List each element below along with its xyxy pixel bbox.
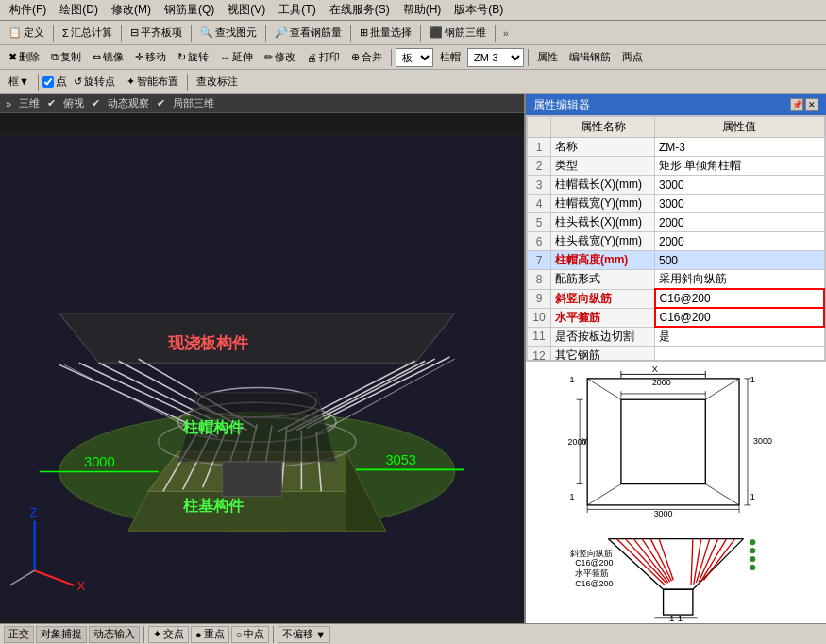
component-type-select[interactable]: 板 xyxy=(396,48,433,67)
prop-row-value-8[interactable]: 采用斜向纵筋 xyxy=(655,270,825,290)
find-element-btn[interactable]: 🔍 查找图元 xyxy=(195,23,261,43)
svg-rect-30 xyxy=(223,462,282,497)
sum-calc-btn[interactable]: Σ 汇总计算 xyxy=(58,23,117,43)
prop-row-value-6[interactable]: 2000 xyxy=(655,232,825,251)
status-midpoint[interactable]: ● 重点 xyxy=(191,626,229,643)
sep-2 xyxy=(121,25,122,42)
component-code-select[interactable]: ZM-3 xyxy=(467,48,524,67)
prop-row-value-10[interactable]: C16@200 xyxy=(655,308,825,327)
property-table-wrapper[interactable]: 属性名称 属性值 1名称ZM-32类型矩形 单倾角柱帽3柱帽截长(X)(mm)3… xyxy=(526,115,826,361)
rotate-point-btn[interactable]: ↺ 旋转点 xyxy=(69,72,120,93)
define-btn[interactable]: 📋 定义 xyxy=(4,23,49,43)
prop-row-value-9[interactable]: C16@200 xyxy=(655,289,825,308)
prop-row-index-1: 1 xyxy=(528,138,551,157)
diagram-svg: X 2000 Y 2000 3000 xyxy=(526,362,826,623)
print-btn[interactable]: 🖨 打印 xyxy=(302,47,345,68)
batch-select-btn[interactable]: ⊞ 批量选择 xyxy=(355,23,416,43)
menu-version[interactable]: 版本号(B) xyxy=(448,0,509,20)
find-icon: 🔍 xyxy=(200,26,213,39)
viewport-dynamic-btn[interactable]: ✔ xyxy=(92,97,100,110)
menu-rebar-qty[interactable]: 钢筋量(Q) xyxy=(159,0,220,20)
rebar-3d-btn[interactable]: ⬛ 钢筋三维 xyxy=(425,23,491,43)
view-rebar-btn[interactable]: 🔎 查看钢筋量 xyxy=(270,23,346,43)
sep-8 xyxy=(391,49,392,66)
svg-text:柱帽构件: 柱帽构件 xyxy=(182,419,244,435)
mode-select[interactable]: 框▼ xyxy=(4,72,34,93)
svg-text:水平箍筋: 水平箍筋 xyxy=(575,568,609,578)
prop-row-value-4[interactable]: 3000 xyxy=(655,195,825,213)
extend-btn[interactable]: ↔ 延伸 xyxy=(215,47,258,68)
status-snap[interactable]: 对象捕捉 xyxy=(36,626,87,643)
check-mark-btn[interactable]: 查改标注 xyxy=(192,72,243,93)
viewport-more-btn[interactable]: » xyxy=(6,98,11,110)
point-checkbox[interactable] xyxy=(42,76,54,88)
property-row-8[interactable]: 8配筋形式采用斜向纵筋 xyxy=(528,270,825,290)
property-row-1[interactable]: 1名称ZM-3 xyxy=(528,138,825,157)
copy-btn[interactable]: ⧉ 复制 xyxy=(46,47,86,68)
toolbar-row-1: 📋 定义 Σ 汇总计算 ⊟ 平齐板项 🔍 查找图元 🔎 查看钢筋量 ⊞ 批量选择… xyxy=(0,21,826,45)
tab-two-points[interactable]: 两点 xyxy=(617,47,648,68)
property-row-7[interactable]: 7柱帽高度(mm)500 xyxy=(528,251,825,270)
property-row-3[interactable]: 3柱帽截长(X)(mm)3000 xyxy=(528,176,825,195)
status-orthogonal[interactable]: 正交 xyxy=(4,626,34,643)
status-no-offset[interactable]: 不偏移 ▼ xyxy=(278,626,330,643)
sep-10 xyxy=(38,74,39,91)
status-center[interactable]: ○ 中点 xyxy=(231,626,270,643)
viewport[interactable]: » 三维 ✔ 俯视 ✔ 动态观察 ✔ 局部三维 xyxy=(0,94,524,623)
property-row-6[interactable]: 6柱头截宽(Y)(mm)2000 xyxy=(528,232,825,251)
smart-layout-btn[interactable]: ✦ 智能布置 xyxy=(122,72,183,93)
panel-pin-btn[interactable]: 📌 xyxy=(790,98,803,111)
svg-text:3000: 3000 xyxy=(753,436,772,446)
property-row-4[interactable]: 4柱帽截宽(Y)(mm)3000 xyxy=(528,195,825,213)
prop-row-value-1[interactable]: ZM-3 xyxy=(655,138,825,157)
prop-row-value-7[interactable]: 500 xyxy=(655,251,825,270)
property-row-10[interactable]: 10水平箍筋C16@200 xyxy=(528,308,825,327)
property-row-9[interactable]: 9斜竖向纵筋C16@200 xyxy=(528,289,825,308)
right-panel: 属性编辑器 📌 ✕ 属性名称 属性值 1名称ZM-32类型矩形 单倾角柱帽3柱帽… xyxy=(524,94,826,623)
merge-btn[interactable]: ⊕ 合并 xyxy=(346,47,387,68)
svg-text:Z: Z xyxy=(29,506,37,519)
col-index xyxy=(528,117,551,138)
svg-text:C16@200: C16@200 xyxy=(575,558,613,568)
rotate-btn[interactable]: ↻ 旋转 xyxy=(173,47,213,68)
delete-btn[interactable]: ✖ 删除 xyxy=(4,47,44,68)
viewport-local-btn[interactable]: ✔ xyxy=(157,97,165,110)
prop-row-index-4: 4 xyxy=(528,195,551,213)
menu-tools[interactable]: 工具(T) xyxy=(273,0,321,20)
viewport-top-view-btn[interactable]: ✔ xyxy=(47,97,56,110)
move-btn[interactable]: ✛ 移动 xyxy=(130,47,171,68)
property-row-12[interactable]: 12其它钢筋 xyxy=(528,347,825,362)
prop-row-value-5[interactable]: 2000 xyxy=(655,213,825,232)
tab-property[interactable]: 属性 xyxy=(532,47,563,68)
point-check[interactable]: 点 xyxy=(42,74,67,90)
prop-row-value-3[interactable]: 3000 xyxy=(655,176,825,195)
prop-row-name-6: 柱头截宽(Y)(mm) xyxy=(551,232,655,251)
menu-help[interactable]: 帮助(H) xyxy=(397,0,447,20)
property-row-5[interactable]: 5柱头截长(X)(mm)2000 xyxy=(528,213,825,232)
property-row-2[interactable]: 2类型矩形 单倾角柱帽 xyxy=(528,157,825,176)
tab-edit-rebar[interactable]: 编辑钢筋 xyxy=(565,47,615,68)
mirror-btn[interactable]: ⇔ 镜像 xyxy=(88,47,128,68)
panel-close-btn[interactable]: ✕ xyxy=(805,98,818,111)
svg-text:3000: 3000 xyxy=(84,454,115,469)
status-dynamic-input[interactable]: 动态输入 xyxy=(89,626,140,643)
property-row-11[interactable]: 11是否按板边切割是 xyxy=(528,327,825,347)
extend-icon: ↔ xyxy=(220,52,230,63)
prop-row-value-12[interactable] xyxy=(655,347,825,362)
prop-row-value-11[interactable]: 是 xyxy=(655,327,825,347)
merge-icon: ⊕ xyxy=(351,51,360,63)
scene-3d[interactable]: 3000 3053 现浇板构件 柱帽构件 柱基构件 Z X xyxy=(0,132,524,623)
prop-row-value-2[interactable]: 矩形 单倾角柱帽 xyxy=(655,157,825,176)
menu-online[interactable]: 在线服务(S) xyxy=(324,0,396,20)
menu-modify[interactable]: 修改(M) xyxy=(106,0,157,20)
menu-draw[interactable]: 绘图(D) xyxy=(54,0,104,20)
align-slab-btn[interactable]: ⊟ 平齐板项 xyxy=(126,23,187,43)
status-intersection[interactable]: ✦ 交点 xyxy=(148,626,189,643)
modify-btn[interactable]: ✏ 修改 xyxy=(260,47,300,68)
menu-component[interactable]: 构件(F) xyxy=(4,0,52,20)
menu-view[interactable]: 视图(V) xyxy=(222,0,271,20)
prop-row-name-1: 名称 xyxy=(551,138,655,157)
sum-icon: Σ xyxy=(62,27,69,39)
svg-text:1-1: 1-1 xyxy=(669,613,683,623)
viewport-local-label: 局部三维 xyxy=(173,96,214,110)
